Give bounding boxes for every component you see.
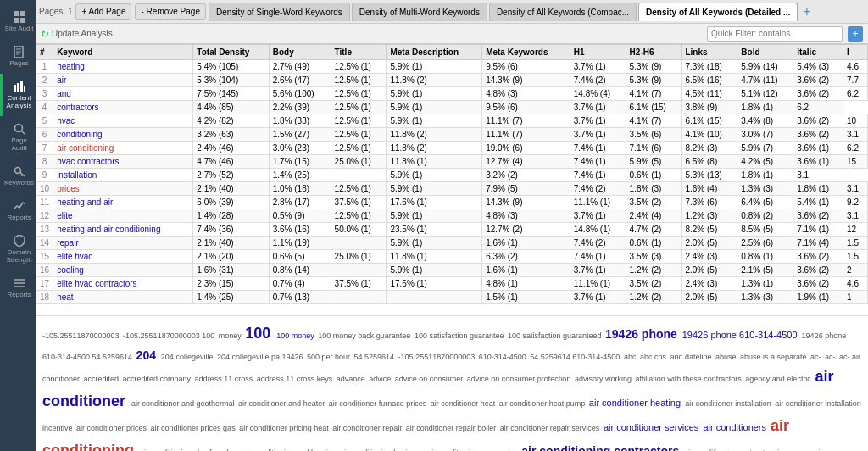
- wordcloud-word[interactable]: air conditioner repair boiler: [406, 424, 498, 432]
- wordcloud-word[interactable]: 19426 phone 610-314-4500: [682, 330, 800, 340]
- add-page-button[interactable]: + Add Page: [75, 3, 131, 20]
- sidebar-item-reports2[interactable]: Reports: [0, 270, 36, 305]
- keyword-cell[interactable]: air conditioning: [53, 142, 193, 155]
- col-italic[interactable]: Italic: [793, 45, 843, 60]
- keyword-cell[interactable]: elite hvac contractors: [53, 277, 193, 291]
- tab-all-detailed[interactable]: Density of All Keywords (Detailed ...: [638, 3, 798, 21]
- wordcloud-word[interactable]: ac-: [825, 353, 837, 361]
- sidebar-item-content-analysis[interactable]: Content Analysis: [0, 74, 36, 116]
- keyword-cell[interactable]: elite: [53, 209, 193, 223]
- wordcloud-word[interactable]: -105.25511870000003: [398, 353, 477, 361]
- col-i[interactable]: I: [843, 45, 868, 60]
- keyword-cell[interactable]: cooling: [53, 264, 193, 277]
- wordcloud-word[interactable]: air conditioning and heating: [243, 448, 339, 451]
- wordcloud-word[interactable]: abuse: [715, 353, 738, 361]
- sidebar-item-pages[interactable]: Pages: [0, 39, 36, 74]
- wordcloud-word[interactable]: accredited: [84, 375, 121, 383]
- wordcloud-word[interactable]: 19426 phone: [605, 327, 681, 341]
- tab-all-compact[interactable]: Density of All Keywords (Compac...: [489, 3, 637, 21]
- wordcloud-word[interactable]: advice on consumer: [395, 375, 465, 383]
- wordcloud-word[interactable]: air conditioner repair: [332, 424, 404, 432]
- wordcloud-word[interactable]: money: [219, 331, 244, 340]
- wordcloud-word[interactable]: air conditioning business: [340, 448, 426, 451]
- wordcloud-word[interactable]: 500 per hour: [307, 353, 353, 361]
- wordcloud-word[interactable]: 204 collegeville: [161, 353, 215, 361]
- wordcloud-word[interactable]: advice on consumer protection: [467, 375, 573, 383]
- wordcloud-word[interactable]: air conditioning also founders: [140, 448, 242, 451]
- keyword-cell[interactable]: and: [53, 87, 193, 101]
- add-column-button[interactable]: +: [848, 26, 863, 42]
- wordcloud-word[interactable]: air conditioning contractors: [521, 444, 682, 451]
- wordcloud-word[interactable]: air conditioning companies: [427, 448, 520, 451]
- wordcloud-word[interactable]: -105.25511870000003: [42, 331, 120, 340]
- wordcloud-word[interactable]: agency and electric: [745, 375, 813, 383]
- col-links[interactable]: Links: [682, 45, 737, 60]
- col-meta-description[interactable]: Meta Description: [387, 45, 482, 60]
- wordcloud-word[interactable]: 100 money back guarantee: [318, 331, 413, 340]
- keyword-cell[interactable]: conditioning: [53, 128, 193, 142]
- keyword-cell[interactable]: elite hvac: [53, 250, 193, 264]
- wordcloud-word[interactable]: air conditioner and heater: [238, 399, 327, 408]
- sidebar-item-keywords[interactable]: Keywords: [0, 159, 36, 193]
- wordcloud-word[interactable]: advance: [337, 375, 368, 383]
- wordcloud-word[interactable]: and dateline: [670, 353, 714, 361]
- col-title[interactable]: Title: [331, 45, 387, 60]
- remove-page-button[interactable]: - Remove Page: [135, 3, 205, 20]
- wordcloud-word[interactable]: 204: [136, 348, 159, 362]
- wordcloud-word[interactable]: 54.5259614: [354, 353, 397, 361]
- wordcloud-word[interactable]: 100 money: [276, 331, 316, 340]
- wordcloud-word[interactable]: 204 collegeville pa 19426: [217, 353, 305, 361]
- wordcloud-word[interactable]: 100 satisfaction guaranteed: [508, 331, 604, 340]
- col-keyword[interactable]: Keyword: [53, 45, 193, 60]
- wordcloud-word[interactable]: air conditioner and geothermal: [131, 399, 236, 408]
- keyword-cell[interactable]: heat: [53, 291, 193, 304]
- wordcloud-word[interactable]: 100 satisfaction guarantee: [415, 331, 506, 340]
- wordcloud-word[interactable]: 54.5259614 610-314-4500: [530, 353, 622, 361]
- wordcloud-word[interactable]: affiliation with these contractors: [635, 375, 743, 383]
- sidebar-item-page-audit[interactable]: Page Audit: [0, 116, 36, 159]
- keyword-cell[interactable]: heating and air: [53, 196, 193, 209]
- wordcloud-word[interactable]: air conditioner prices: [76, 424, 149, 432]
- update-analysis-button[interactable]: ↻ Update Analysis: [41, 28, 113, 40]
- wordcloud-word[interactable]: ac-: [810, 353, 823, 361]
- keyword-cell[interactable]: repair: [53, 237, 193, 250]
- keyword-cell[interactable]: hvac contractors: [53, 155, 193, 169]
- sidebar-item-site-audit[interactable]: Site Audit: [0, 4, 36, 39]
- keyword-table-container[interactable]: # Keyword Total Density Body Title Meta …: [36, 44, 868, 315]
- wordcloud-word[interactable]: air conditioner prices gas: [151, 424, 238, 432]
- wordcloud-word[interactable]: air conditioning contractors insurance: [684, 448, 813, 451]
- sidebar-item-domain-strength[interactable]: Domain Strength: [0, 228, 36, 270]
- wordcloud-word[interactable]: -105.25511870000003 100: [121, 331, 217, 340]
- wordcloud-word[interactable]: abc cbs: [640, 353, 669, 361]
- add-tab-button[interactable]: +: [803, 4, 810, 19]
- col-num[interactable]: #: [36, 45, 53, 60]
- wordcloud-word[interactable]: advisory working: [575, 375, 634, 383]
- wordcloud-word[interactable]: air conditioner heating: [589, 398, 683, 408]
- wordcloud-word[interactable]: air conditioner installation: [685, 399, 773, 408]
- wordcloud-word[interactable]: advice: [369, 375, 393, 383]
- wordcloud-word[interactable]: 610-314-4500: [479, 353, 529, 361]
- col-total-density[interactable]: Total Density: [193, 45, 269, 60]
- wordcloud-word[interactable]: air conditioners: [703, 422, 769, 432]
- keyword-cell[interactable]: hvac: [53, 114, 193, 128]
- sidebar-item-reports[interactable]: Reports: [0, 193, 36, 228]
- col-h2-h6[interactable]: H2-H6: [626, 45, 682, 60]
- tab-multi-word[interactable]: Density of Multi-Word Keywords: [352, 3, 487, 21]
- keyword-cell[interactable]: contractors: [53, 101, 193, 114]
- wordcloud-word[interactable]: air conditioner repair services: [500, 424, 602, 432]
- col-bold[interactable]: Bold: [737, 45, 793, 60]
- wordcloud-word[interactable]: accredited company: [123, 375, 193, 383]
- wordcloud-word[interactable]: address 11 cross keys: [257, 375, 335, 383]
- wordcloud-word[interactable]: air conditioner heat: [431, 399, 498, 408]
- tab-single-word[interactable]: Density of Single-Word Keywords: [209, 3, 350, 21]
- wordcloud-word[interactable]: address 11 cross: [195, 375, 255, 383]
- wordcloud-word[interactable]: air conditioner services: [604, 422, 702, 432]
- wordcloud-word[interactable]: air conditioner heat pump: [499, 399, 587, 408]
- col-meta-keywords[interactable]: Meta Keywords: [482, 45, 570, 60]
- keyword-cell[interactable]: heating: [53, 60, 193, 74]
- quick-filter-input[interactable]: [707, 26, 843, 42]
- wordcloud-word[interactable]: 100: [245, 325, 275, 342]
- wordcloud-word[interactable]: abc: [624, 353, 638, 361]
- wordcloud-word[interactable]: air conditioner pricing heat: [239, 424, 331, 432]
- keyword-cell[interactable]: air: [53, 74, 193, 87]
